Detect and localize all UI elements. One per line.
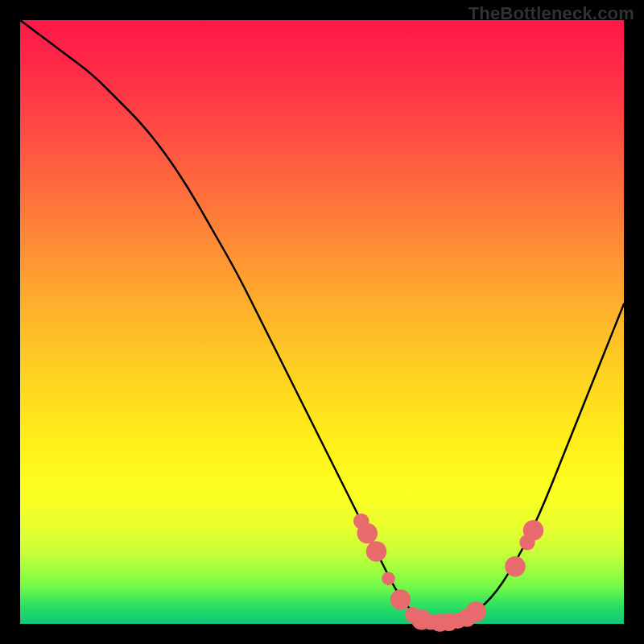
chart-frame: TheBottleneck.com — [0, 0, 644, 644]
curve-layer — [20, 20, 624, 624]
curve-marker — [505, 556, 526, 577]
curve-marker — [366, 541, 387, 562]
curve-marker — [357, 523, 378, 544]
curve-marker — [523, 520, 544, 541]
watermark-text: TheBottleneck.com — [469, 3, 634, 24]
curve-marker — [382, 572, 395, 586]
curve-marker — [390, 589, 411, 610]
curve-markers — [353, 514, 543, 632]
curve-marker — [466, 601, 487, 622]
